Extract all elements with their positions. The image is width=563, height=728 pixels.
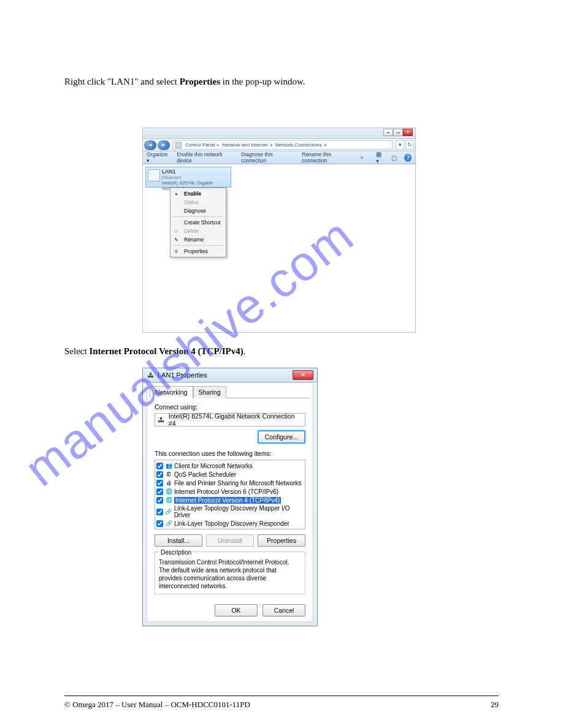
list-item[interactable]: 🔗Link-Layer Topology Discovery Responder xyxy=(156,519,304,528)
ctx-delete: ⊘ Delete xyxy=(170,227,226,235)
footer-page-number: 29 xyxy=(491,700,499,710)
navbar: ◄ ► Control Panel ▸ Network and Internet… xyxy=(143,139,415,151)
checkbox[interactable] xyxy=(156,471,163,478)
more-button[interactable]: » xyxy=(361,154,364,161)
text: in the pop-up window. xyxy=(220,77,305,86)
forward-button[interactable]: ► xyxy=(158,140,170,150)
adapter-status: Disabled xyxy=(162,175,228,180)
search-toggle[interactable]: ▾ xyxy=(396,140,404,150)
list-item[interactable]: 👥Client for Microsoft Networks xyxy=(156,461,304,470)
dialog-buttons: OK Cancel xyxy=(215,604,305,616)
items-list: 👥Client for Microsoft Networks 🗓QoS Pack… xyxy=(155,460,305,529)
qos-icon: 🗓 xyxy=(165,471,172,478)
label: Properties xyxy=(184,248,208,254)
toolbar: Organize ▾ Enable this network device Di… xyxy=(143,151,415,164)
link-layer-icon: 🔗 xyxy=(165,508,172,515)
properties-icon: ✲ xyxy=(173,248,180,255)
organize-menu[interactable]: Organize ▾ xyxy=(147,151,170,164)
enable-icon: ● xyxy=(173,191,180,197)
tab-content-networking: Connect using: 🖧 Intel(R) 82574L Gigabit… xyxy=(150,398,310,599)
help-icon[interactable]: ? xyxy=(404,154,412,162)
window-buttons: ‒ ▭ ✕ xyxy=(383,129,413,136)
address-bar[interactable]: Control Panel ▸ Network and Internet ▸ N… xyxy=(173,140,393,150)
label: Delete xyxy=(184,228,199,234)
list-item[interactable]: 🗓QoS Packet Scheduler xyxy=(156,470,304,479)
ctx-enable[interactable]: ● Enable xyxy=(170,189,226,198)
close-button[interactable]: ✕ xyxy=(293,370,313,380)
link-layer-icon: 🔗 xyxy=(165,520,172,527)
separator-icon: ▸ xyxy=(324,142,327,148)
properties-button[interactable]: Properties xyxy=(258,534,305,547)
diagnose-button[interactable]: Diagnose this connection xyxy=(241,151,296,164)
checkbox[interactable] xyxy=(156,480,163,487)
view-dropdown[interactable]: ▦ ▾ xyxy=(376,153,384,162)
dialog-titlebar: 🖧 LAN1 Properties ✕ xyxy=(143,368,317,382)
lan1-properties-dialog: 🖧 LAN1 Properties ✕ Networking Sharing C… xyxy=(142,368,318,626)
list-item[interactable]: 🌐Internet Protocol Version 6 (TCP/IPv6) xyxy=(156,487,304,496)
window-titlebar: ‒ ▭ ✕ xyxy=(143,128,415,139)
ctx-rename[interactable]: ✎ Rename xyxy=(170,235,226,244)
text: . xyxy=(243,346,246,356)
label: Enable xyxy=(184,191,201,197)
item-buttons: Install... Uninstall Properties xyxy=(155,534,305,547)
cancel-button[interactable]: Cancel xyxy=(262,604,305,616)
context-menu: ● Enable Status Diagnose Create Shortcut… xyxy=(170,188,226,257)
checkbox[interactable] xyxy=(156,520,163,527)
tab-networking[interactable]: Networking xyxy=(150,386,193,398)
adapter-box: 🖧 Intel(R) 82574L Gigabit Network Connec… xyxy=(155,413,305,427)
rename-icon: ✎ xyxy=(173,237,180,243)
text: Right click "LAN1" and select xyxy=(64,77,180,86)
ok-button[interactable]: OK xyxy=(215,604,258,616)
tab-strip: Networking Sharing xyxy=(147,383,313,398)
items-label: This connection uses the following items… xyxy=(155,450,305,457)
back-button[interactable]: ◄ xyxy=(144,140,156,150)
checkbox[interactable] xyxy=(156,509,163,515)
instruction-1: Right click "LAN1" and select Properties… xyxy=(64,75,499,89)
item-label: QoS Packet Scheduler xyxy=(174,471,236,478)
item-label: Internet Protocol Version 6 (TCP/IPv6) xyxy=(174,488,278,495)
rename-button[interactable]: Rename this connection xyxy=(302,151,354,164)
breadcrumb-item[interactable]: Control Panel xyxy=(185,142,215,148)
maximize-button[interactable]: ▭ xyxy=(393,129,403,136)
dialog-body: Networking Sharing Connect using: 🖧 Inte… xyxy=(147,382,313,622)
separator-icon: ▸ xyxy=(217,142,220,148)
ctx-properties[interactable]: ✲ Properties xyxy=(170,247,226,256)
minimize-button[interactable]: ‒ xyxy=(383,129,393,136)
connect-using-label: Connect using: xyxy=(155,403,305,411)
ctx-diagnose[interactable]: Diagnose xyxy=(170,207,226,215)
item-label: Client for Microsoft Networks xyxy=(174,463,253,469)
checkbox[interactable] xyxy=(156,488,163,495)
printer-share-icon: 🖨 xyxy=(165,479,172,487)
breadcrumb-item[interactable]: Network and Internet xyxy=(222,142,267,148)
breadcrumb-item[interactable]: Network Connections xyxy=(275,142,322,148)
adapter-lan1[interactable]: LAN1 Disabled Intel(R) 82574L Gigabit Ne… xyxy=(145,167,231,188)
list-item-selected[interactable]: 🌐Internet Protocol Version 4 (TCP/IPv4) xyxy=(156,496,304,504)
description-legend: Description xyxy=(159,549,193,556)
enable-device-button[interactable]: Enable this network device xyxy=(177,151,235,164)
checkbox[interactable] xyxy=(156,497,163,504)
checkbox[interactable] xyxy=(156,463,163,469)
ctx-status: Status xyxy=(170,198,226,207)
install-button[interactable]: Install... xyxy=(155,534,202,547)
close-button[interactable]: ✕ xyxy=(403,129,413,136)
list-item[interactable]: 🔗Link-Layer Topology Discovery Mapper I/… xyxy=(156,504,304,519)
instruction-2: Select Internet Protocol Version 4 (TCP/… xyxy=(64,344,499,358)
item-label: Link-Layer Topology Discovery Responder xyxy=(174,520,289,527)
description-text: Transmission Control Protocol/Internet P… xyxy=(159,558,301,590)
network-connections-window: ‒ ▭ ✕ ◄ ► Control Panel ▸ Network and In… xyxy=(142,127,416,333)
item-label: Internet Protocol Version 4 (TCP/IPv4) xyxy=(174,497,281,504)
preview-pane-icon[interactable]: ▢ xyxy=(390,153,398,162)
label: Rename xyxy=(184,237,204,243)
configure-button[interactable]: Configure... xyxy=(258,430,305,444)
chevron-left-icon: ◄ xyxy=(148,142,153,148)
refresh-button[interactable]: ↻ xyxy=(405,140,414,150)
menu-separator xyxy=(173,245,223,246)
tab-sharing[interactable]: Sharing xyxy=(193,386,226,398)
footer-copyright: © Omega 2017 – User Manual – OCM-HDCC010… xyxy=(64,700,250,710)
ctx-create-shortcut[interactable]: Create Shortcut xyxy=(170,218,226,227)
description-box: Description Transmission Control Protoco… xyxy=(155,552,305,594)
list-item[interactable]: 🖨File and Printer Sharing for Microsoft … xyxy=(156,479,304,487)
item-label: Link-Layer Topology Discovery Mapper I/O… xyxy=(174,505,304,518)
delete-icon: ⊘ xyxy=(173,228,180,235)
adapter-name: LAN1 xyxy=(162,169,228,175)
